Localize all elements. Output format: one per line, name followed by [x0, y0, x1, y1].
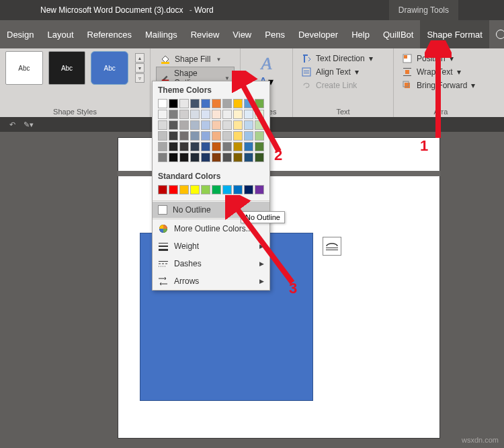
- align-text-button[interactable]: Align Text▾: [298, 66, 388, 78]
- shape-style-gallery[interactable]: Abc Abc Abc ▴ ▾ ▿: [5, 51, 144, 85]
- color-swatch[interactable]: [201, 142, 210, 151]
- tab-references[interactable]: References: [81, 20, 138, 48]
- color-swatch[interactable]: [201, 120, 210, 130]
- tab-design[interactable]: Design: [0, 20, 40, 48]
- tab-mailings[interactable]: Mailings: [138, 20, 184, 48]
- color-swatch[interactable]: [190, 110, 200, 119]
- color-swatch[interactable]: [169, 120, 178, 130]
- color-swatch[interactable]: [233, 110, 243, 119]
- color-swatch[interactable]: [233, 131, 243, 141]
- color-swatch[interactable]: [158, 153, 167, 162]
- color-swatch[interactable]: [244, 99, 253, 108]
- tab-pens[interactable]: Pens: [258, 20, 292, 48]
- color-swatch[interactable]: [255, 120, 264, 130]
- color-swatch[interactable]: [158, 131, 167, 141]
- color-swatch[interactable]: [255, 153, 264, 162]
- color-swatch[interactable]: [179, 110, 189, 119]
- color-swatch[interactable]: [201, 110, 210, 119]
- dashes-item[interactable]: Dashes ▶: [153, 255, 269, 272]
- color-swatch[interactable]: [179, 99, 189, 108]
- color-swatch[interactable]: [158, 142, 167, 151]
- tab-view[interactable]: View: [226, 20, 258, 48]
- format-painter-icon[interactable]: ✎▾: [24, 120, 34, 129]
- color-swatch[interactable]: [244, 131, 253, 141]
- color-swatch[interactable]: [244, 142, 253, 151]
- color-swatch[interactable]: [212, 185, 221, 194]
- color-swatch[interactable]: [190, 120, 200, 130]
- color-swatch[interactable]: [212, 110, 221, 119]
- color-swatch[interactable]: [179, 185, 189, 194]
- color-swatch[interactable]: [244, 110, 253, 119]
- color-swatch[interactable]: [244, 153, 253, 162]
- color-swatch[interactable]: [179, 120, 189, 130]
- color-swatch[interactable]: [201, 99, 210, 108]
- color-swatch[interactable]: [158, 185, 167, 194]
- undo-icon[interactable]: ↶: [9, 120, 15, 129]
- create-link-button[interactable]: Create Link: [298, 79, 388, 91]
- tab-layout[interactable]: Layout: [40, 20, 80, 48]
- tell-me[interactable]: Tell: [489, 20, 504, 48]
- color-swatch[interactable]: [255, 131, 264, 141]
- tab-shape-format[interactable]: Shape Format: [420, 20, 489, 48]
- style-preset-2[interactable]: Abc: [48, 51, 86, 85]
- color-swatch[interactable]: [222, 110, 232, 119]
- color-swatch[interactable]: [255, 99, 264, 108]
- color-swatch[interactable]: [212, 99, 221, 108]
- color-swatch[interactable]: [190, 185, 200, 194]
- color-swatch[interactable]: [201, 153, 210, 162]
- layout-options-button[interactable]: [323, 237, 341, 256]
- weight-item[interactable]: Weight ▶: [153, 237, 269, 255]
- gallery-more-icon[interactable]: ▿: [135, 73, 144, 83]
- tab-quillbot[interactable]: QuillBot: [376, 20, 421, 48]
- color-swatch[interactable]: [222, 131, 232, 141]
- color-swatch[interactable]: [201, 131, 210, 141]
- gallery-up-icon[interactable]: ▴: [135, 53, 144, 63]
- color-swatch[interactable]: [244, 120, 253, 130]
- color-swatch[interactable]: [222, 99, 232, 108]
- color-swatch[interactable]: [201, 185, 210, 194]
- color-swatch[interactable]: [169, 185, 178, 194]
- style-preset-3[interactable]: Abc: [91, 51, 128, 85]
- bring-forward-button[interactable]: Bring Forward▾: [399, 79, 482, 91]
- color-swatch[interactable]: [190, 131, 200, 141]
- color-swatch[interactable]: [158, 120, 167, 130]
- arrows-item[interactable]: Arrows ▶: [153, 272, 269, 290]
- color-swatch[interactable]: [212, 153, 221, 162]
- color-swatch[interactable]: [233, 99, 243, 108]
- color-swatch[interactable]: [190, 153, 200, 162]
- color-swatch[interactable]: [169, 142, 178, 151]
- color-swatch[interactable]: [190, 142, 200, 151]
- color-swatch[interactable]: [212, 131, 221, 141]
- color-swatch[interactable]: [222, 142, 232, 151]
- position-button[interactable]: Position▾: [399, 52, 482, 65]
- color-swatch[interactable]: [158, 99, 167, 108]
- color-swatch[interactable]: [255, 110, 264, 119]
- text-direction-button[interactable]: Text Direction▾: [298, 52, 388, 65]
- color-swatch[interactable]: [169, 153, 178, 162]
- tab-developer[interactable]: Developer: [292, 20, 345, 48]
- tab-review[interactable]: Review: [184, 20, 226, 48]
- style-preset-1[interactable]: Abc: [5, 51, 43, 85]
- color-swatch[interactable]: [212, 142, 221, 151]
- color-swatch[interactable]: [255, 142, 264, 151]
- color-swatch[interactable]: [233, 185, 243, 194]
- color-swatch[interactable]: [179, 131, 189, 141]
- color-swatch[interactable]: [169, 131, 178, 141]
- wordart-preview-icon[interactable]: A: [261, 54, 272, 74]
- color-swatch[interactable]: [169, 99, 178, 108]
- color-swatch[interactable]: [222, 120, 232, 130]
- color-swatch[interactable]: [169, 110, 178, 119]
- color-swatch[interactable]: [233, 142, 243, 151]
- tab-help[interactable]: Help: [345, 20, 376, 48]
- shape-fill-button[interactable]: Shape Fill ▼: [156, 52, 235, 66]
- color-swatch[interactable]: [233, 153, 243, 162]
- color-swatch[interactable]: [255, 185, 264, 194]
- wrap-text-button[interactable]: Wrap Text▾: [399, 66, 482, 78]
- color-swatch[interactable]: [244, 185, 253, 194]
- color-swatch[interactable]: [179, 153, 189, 162]
- color-swatch[interactable]: [222, 185, 232, 194]
- color-swatch[interactable]: [212, 120, 221, 130]
- color-swatch[interactable]: [190, 99, 200, 108]
- color-swatch[interactable]: [179, 142, 189, 151]
- color-swatch[interactable]: [233, 120, 243, 130]
